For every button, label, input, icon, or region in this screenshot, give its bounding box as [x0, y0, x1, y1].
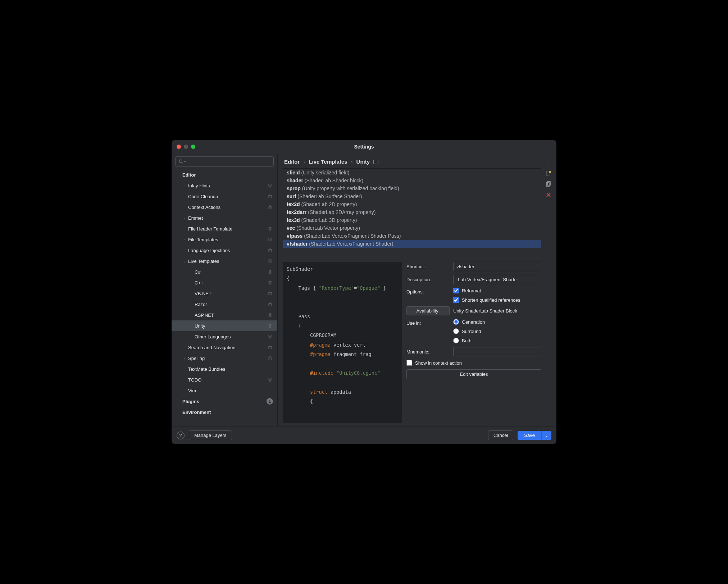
template-tex3d[interactable]: tex3d (ShaderLab 3D property)	[283, 216, 541, 224]
layers-icon	[267, 280, 273, 286]
layers-icon	[267, 377, 273, 383]
help-button[interactable]: ?	[177, 432, 185, 439]
template-sprop[interactable]: sprop (Unity property with serialized ba…	[283, 184, 541, 192]
sidebar-item-c-[interactable]: C++	[172, 277, 277, 288]
breadcrumb-live-templates[interactable]: Live Templates	[309, 159, 347, 165]
copy-template-icon[interactable]	[546, 181, 551, 187]
template-vec[interactable]: vec (ShaderLab Vector property)	[283, 224, 541, 232]
breadcrumb: Editor › Live Templates › Unity	[284, 159, 536, 165]
settings-tree[interactable]: Editor›Inlay HintsCode CleanupContext Ac…	[172, 168, 277, 426]
sidebar-item-razor[interactable]: Razor	[172, 299, 277, 310]
sidebar-item-label: Inlay Hints	[188, 183, 267, 188]
reformat-checkbox[interactable]	[453, 288, 459, 293]
template-code[interactable]: SubShader { Tags { "RenderType"="Opaque"…	[283, 262, 402, 423]
layers-icon	[267, 183, 273, 188]
radio-both-row[interactable]: Both	[453, 338, 541, 343]
sidebar-item-other-languages[interactable]: Other Languages	[172, 331, 277, 342]
usein-label: Use in:	[406, 319, 450, 326]
sidebar-item-plugins[interactable]: Plugins1	[172, 396, 277, 407]
layers-icon	[267, 355, 273, 361]
window-title: Settings	[172, 144, 556, 150]
template-vfshader[interactable]: vfshader (ShaderLab Vertex/Fragment Shad…	[283, 240, 541, 248]
zoom-window[interactable]	[191, 145, 195, 149]
availability-value: Unity ShaderLab Shader Block	[453, 308, 541, 314]
shorten-checkbox[interactable]	[453, 297, 459, 303]
description-input[interactable]	[453, 275, 541, 284]
sidebar-item-textmate-bundles[interactable]: TextMate Bundles	[172, 364, 277, 374]
template-sfield[interactable]: sfield (Unity serialized field)	[283, 169, 541, 177]
footer: ? Manage Layers Cancel Save ⌄	[172, 426, 556, 444]
sidebar-item-context-actions[interactable]: Context Actions	[172, 202, 277, 213]
sidebar-item-live-templates[interactable]: ⌄Live Templates	[172, 256, 277, 266]
sidebar-item-vim[interactable]: Vim	[172, 385, 277, 396]
radio-surround[interactable]	[453, 328, 459, 334]
shorten-checkbox-row[interactable]: Shorten qualified references	[453, 297, 541, 303]
template-detail: SubShader { Tags { "RenderType"="Opaque"…	[283, 262, 541, 423]
availability-button[interactable]: Availability:	[406, 306, 450, 315]
template-shader[interactable]: shader (ShaderLab Shader block)	[283, 177, 541, 184]
options-label: Options:	[406, 288, 450, 295]
nav-back[interactable]: ←	[536, 159, 540, 164]
titlebar: Settings	[172, 140, 556, 154]
minimize-window[interactable]	[184, 145, 188, 149]
sidebar-item-vb-net[interactable]: VB.NET	[172, 288, 277, 299]
reformat-checkbox-row[interactable]: Reformat	[453, 288, 541, 293]
nav-arrows: ← →	[536, 159, 550, 164]
breadcrumb-unity[interactable]: Unity	[356, 159, 370, 165]
mnemonic-input[interactable]	[453, 347, 541, 356]
sidebar-item-search-and-navigation[interactable]: Search and Navigation	[172, 342, 277, 353]
sidebar-item-label: TODO	[188, 377, 267, 383]
layers-icon	[267, 204, 273, 210]
sidebar-item-label: TextMate Bundles	[188, 366, 273, 372]
sidebar-item-environment[interactable]: Environment	[172, 407, 277, 418]
close-window[interactable]	[177, 145, 181, 149]
sidebar-item-asp-net[interactable]: ASP.NET	[172, 310, 277, 320]
sidebar-item-label: Language Injections	[188, 248, 267, 253]
manage-layers-button[interactable]: Manage Layers	[189, 430, 232, 440]
sidebar-item-language-injections[interactable]: Language Injections	[172, 245, 277, 256]
layers-icon	[267, 258, 273, 264]
sidebar-item-inlay-hints[interactable]: ›Inlay Hints	[172, 180, 277, 191]
layers-icon	[267, 291, 273, 296]
shortcut-input[interactable]	[453, 262, 541, 271]
sidebar-item-label: Spelling	[188, 356, 267, 361]
radio-generation-row[interactable]: Generation	[453, 319, 541, 325]
search-input[interactable]: ▾	[175, 156, 274, 166]
save-button[interactable]: Save	[518, 431, 541, 440]
template-tex2d[interactable]: tex2d (ShaderLab 2D property)	[283, 200, 541, 208]
radio-generation[interactable]	[453, 319, 459, 325]
sidebar-item-todo[interactable]: TODO	[172, 374, 277, 385]
sidebar-item-c-[interactable]: C#	[172, 266, 277, 277]
radio-surround-row[interactable]: Surround	[453, 328, 541, 334]
delete-template-icon[interactable]	[546, 192, 551, 198]
sidebar-item-label: Emmet	[188, 215, 273, 221]
sidebar-item-file-header-template[interactable]: File Header Template	[172, 223, 277, 234]
template-vfpass[interactable]: vfpass (ShaderLab Vertex/Fragment Shader…	[283, 232, 541, 240]
sidebar-item-file-templates[interactable]: ›File Templates	[172, 234, 277, 245]
template-form: Shortcut: Description: Options:	[406, 262, 541, 423]
sidebar-item-editor[interactable]: Editor	[172, 169, 277, 180]
template-list[interactable]: sfield (Unity serialized field)shader (S…	[283, 168, 541, 258]
layers-icon	[267, 312, 273, 318]
sidebar-item-label: VB.NET	[195, 291, 267, 296]
show-context-row[interactable]: Show in context action	[406, 360, 541, 366]
chevron-right-icon: ›	[182, 238, 187, 242]
mnemonic-label: Mnemonic:	[406, 349, 450, 355]
sidebar-item-code-cleanup[interactable]: Code Cleanup	[172, 191, 277, 202]
layers-icon	[267, 301, 273, 307]
save-dropdown[interactable]: ⌄	[541, 431, 551, 440]
show-context-checkbox[interactable]	[406, 360, 412, 366]
radio-both[interactable]	[453, 338, 459, 343]
scheme-icon[interactable]	[373, 160, 378, 164]
edit-variables-button[interactable]: Edit variables	[406, 369, 541, 379]
layers-icon	[267, 269, 273, 275]
reformat-label: Reformat	[462, 288, 481, 293]
sidebar-item-unity[interactable]: Unity	[172, 320, 277, 331]
template-surf[interactable]: surf (ShaderLab Surface Shader)	[283, 192, 541, 200]
sidebar-item-spelling[interactable]: ›Spelling	[172, 353, 277, 364]
sidebar-item-emmet[interactable]: ›Emmet	[172, 213, 277, 223]
new-template-icon[interactable]: +	[546, 170, 551, 176]
cancel-button[interactable]: Cancel	[488, 430, 513, 440]
template-tex2darr[interactable]: tex2darr (ShaderLab 2DArray property)	[283, 208, 541, 216]
breadcrumb-editor[interactable]: Editor	[284, 159, 300, 165]
